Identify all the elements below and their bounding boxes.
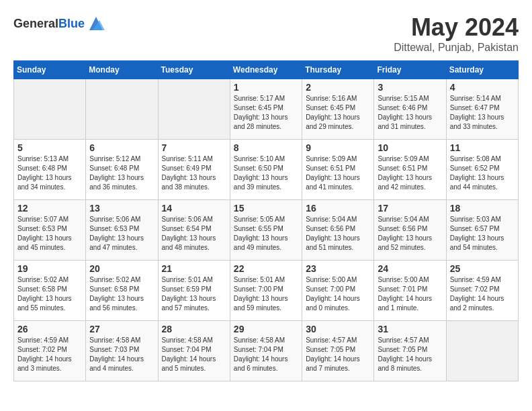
column-header-sunday: Sunday [14,61,86,79]
column-header-tuesday: Tuesday [158,61,230,79]
column-header-monday: Monday [86,61,158,79]
day-info: Sunrise: 5:06 AMSunset: 6:53 PMDaylight:… [89,215,154,253]
calendar-week-4: 19Sunrise: 5:02 AMSunset: 6:58 PMDayligh… [14,261,519,321]
day-number: 5 [17,142,82,153]
day-info: Sunrise: 5:16 AMSunset: 6:45 PMDaylight:… [306,94,370,132]
day-info: Sunrise: 4:58 AMSunset: 7:03 PMDaylight:… [89,336,154,373]
calendar-cell: 9Sunrise: 5:09 AMSunset: 6:51 PMDaylight… [302,140,374,200]
calendar-week-5: 26Sunrise: 4:59 AMSunset: 7:02 PMDayligh… [14,321,519,381]
day-number: 26 [17,324,82,334]
calendar-cell: 25Sunrise: 4:59 AMSunset: 7:02 PMDayligh… [446,261,518,321]
day-info: Sunrise: 5:00 AMSunset: 7:00 PMDaylight:… [306,275,370,313]
day-number: 27 [89,324,154,334]
day-info: Sunrise: 4:59 AMSunset: 7:02 PMDaylight:… [450,275,515,313]
day-number: 29 [234,324,298,334]
calendar-cell [158,79,230,140]
day-number: 25 [450,263,515,274]
day-info: Sunrise: 4:59 AMSunset: 7:02 PMDaylight:… [17,336,82,373]
calendar-cell: 24Sunrise: 5:00 AMSunset: 7:01 PMDayligh… [374,261,446,321]
calendar-cell: 30Sunrise: 4:57 AMSunset: 7:05 PMDayligh… [302,321,374,381]
calendar-cell: 28Sunrise: 4:58 AMSunset: 7:04 PMDayligh… [158,321,230,381]
day-number: 3 [378,82,442,93]
calendar-cell: 21Sunrise: 5:01 AMSunset: 6:59 PMDayligh… [158,261,230,321]
day-info: Sunrise: 5:07 AMSunset: 6:53 PMDaylight:… [17,215,82,253]
day-info: Sunrise: 5:01 AMSunset: 7:00 PMDaylight:… [234,275,298,313]
day-info: Sunrise: 5:09 AMSunset: 6:51 PMDaylight:… [306,154,370,192]
calendar-week-2: 5Sunrise: 5:13 AMSunset: 6:48 PMDaylight… [14,140,519,200]
logo-general: General [13,17,58,30]
day-number: 22 [234,263,298,274]
day-info: Sunrise: 5:02 AMSunset: 6:58 PMDaylight:… [89,275,154,313]
day-info: Sunrise: 5:00 AMSunset: 7:01 PMDaylight:… [378,275,442,313]
day-info: Sunrise: 4:58 AMSunset: 7:04 PMDaylight:… [162,336,226,373]
calendar-cell: 17Sunrise: 5:04 AMSunset: 6:56 PMDayligh… [374,200,446,261]
day-number: 11 [450,142,515,153]
day-info: Sunrise: 5:03 AMSunset: 6:57 PMDaylight:… [450,215,515,253]
day-number: 8 [234,142,298,153]
main-title: May 2024 [394,13,519,42]
day-number: 4 [450,82,515,93]
day-number: 15 [234,203,298,214]
calendar-cell: 26Sunrise: 4:59 AMSunset: 7:02 PMDayligh… [14,321,86,381]
page-header: GeneralBlue May 2024 Dittewal, Punjab, P… [13,13,519,54]
day-number: 9 [306,142,370,153]
day-info: Sunrise: 4:57 AMSunset: 7:05 PMDaylight:… [306,336,370,373]
day-info: Sunrise: 5:05 AMSunset: 6:55 PMDaylight:… [234,215,298,253]
logo-icon [86,13,106,34]
column-header-thursday: Thursday [302,61,374,79]
day-number: 28 [162,324,226,334]
day-number: 7 [162,142,226,153]
calendar-cell: 13Sunrise: 5:06 AMSunset: 6:53 PMDayligh… [86,200,158,261]
day-info: Sunrise: 5:01 AMSunset: 6:59 PMDaylight:… [162,275,226,313]
day-number: 21 [162,263,226,274]
calendar-cell: 22Sunrise: 5:01 AMSunset: 7:00 PMDayligh… [230,261,302,321]
calendar-cell: 7Sunrise: 5:11 AMSunset: 6:49 PMDaylight… [158,140,230,200]
logo: GeneralBlue [13,13,106,34]
day-number: 18 [450,203,515,214]
day-info: Sunrise: 5:04 AMSunset: 6:56 PMDaylight:… [378,215,442,253]
column-header-saturday: Saturday [446,61,518,79]
calendar-cell [446,321,518,381]
logo-blue: Blue [58,17,85,30]
calendar-week-1: 1Sunrise: 5:17 AMSunset: 6:45 PMDaylight… [14,79,519,140]
calendar-cell: 31Sunrise: 4:57 AMSunset: 7:05 PMDayligh… [374,321,446,381]
calendar-cell: 20Sunrise: 5:02 AMSunset: 6:58 PMDayligh… [86,261,158,321]
calendar-cell: 5Sunrise: 5:13 AMSunset: 6:48 PMDaylight… [14,140,86,200]
day-number: 16 [306,203,370,214]
day-number: 10 [378,142,442,153]
day-number: 30 [306,324,370,334]
column-header-wednesday: Wednesday [230,61,302,79]
calendar-cell: 19Sunrise: 5:02 AMSunset: 6:58 PMDayligh… [14,261,86,321]
day-info: Sunrise: 5:15 AMSunset: 6:46 PMDaylight:… [378,94,442,132]
calendar-body: 1Sunrise: 5:17 AMSunset: 6:45 PMDaylight… [14,79,519,381]
calendar-cell: 8Sunrise: 5:10 AMSunset: 6:50 PMDaylight… [230,140,302,200]
day-info: Sunrise: 5:04 AMSunset: 6:56 PMDaylight:… [306,215,370,253]
day-info: Sunrise: 5:09 AMSunset: 6:51 PMDaylight:… [378,154,442,192]
calendar-cell [86,79,158,140]
subtitle: Dittewal, Punjab, Pakistan [394,42,519,54]
day-info: Sunrise: 4:58 AMSunset: 7:04 PMDaylight:… [234,336,298,373]
calendar-cell: 18Sunrise: 5:03 AMSunset: 6:57 PMDayligh… [446,200,518,261]
day-number: 14 [162,203,226,214]
calendar-cell: 27Sunrise: 4:58 AMSunset: 7:03 PMDayligh… [86,321,158,381]
day-info: Sunrise: 5:14 AMSunset: 6:47 PMDaylight:… [450,94,515,132]
title-block: May 2024 Dittewal, Punjab, Pakistan [394,13,519,54]
day-info: Sunrise: 5:11 AMSunset: 6:49 PMDaylight:… [162,154,226,192]
header-row: SundayMondayTuesdayWednesdayThursdayFrid… [14,61,519,79]
day-number: 12 [17,203,82,214]
day-info: Sunrise: 5:02 AMSunset: 6:58 PMDaylight:… [17,275,82,313]
day-info: Sunrise: 4:57 AMSunset: 7:05 PMDaylight:… [378,336,442,373]
day-number: 20 [89,263,154,274]
day-number: 1 [234,82,298,93]
calendar-cell: 16Sunrise: 5:04 AMSunset: 6:56 PMDayligh… [302,200,374,261]
calendar-week-3: 12Sunrise: 5:07 AMSunset: 6:53 PMDayligh… [14,200,519,261]
calendar-cell: 1Sunrise: 5:17 AMSunset: 6:45 PMDaylight… [230,79,302,140]
day-info: Sunrise: 5:17 AMSunset: 6:45 PMDaylight:… [234,94,298,132]
day-info: Sunrise: 5:12 AMSunset: 6:48 PMDaylight:… [89,154,154,192]
day-number: 17 [378,203,442,214]
day-number: 13 [89,203,154,214]
calendar-cell: 10Sunrise: 5:09 AMSunset: 6:51 PMDayligh… [374,140,446,200]
calendar-cell: 6Sunrise: 5:12 AMSunset: 6:48 PMDaylight… [86,140,158,200]
calendar-cell: 12Sunrise: 5:07 AMSunset: 6:53 PMDayligh… [14,200,86,261]
calendar-cell: 14Sunrise: 5:06 AMSunset: 6:54 PMDayligh… [158,200,230,261]
